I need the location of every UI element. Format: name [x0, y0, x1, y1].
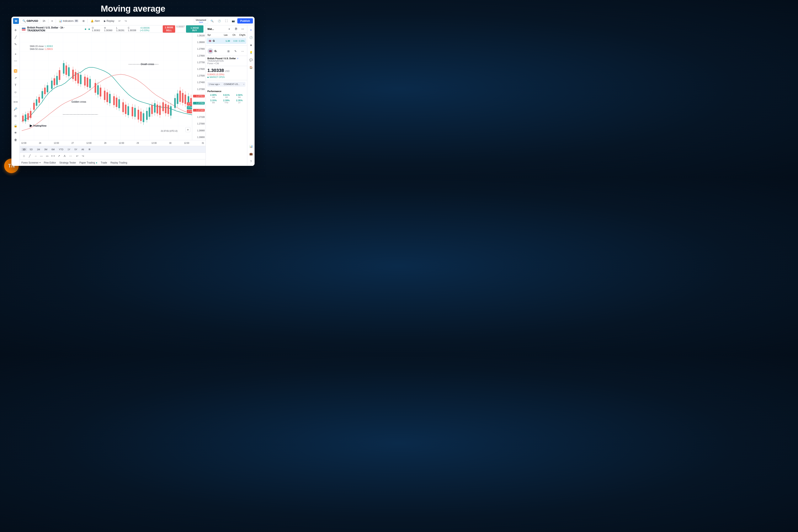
- draw-more-tool[interactable]: ⋯: [68, 154, 73, 158]
- timeframe-6m[interactable]: 6M: [50, 148, 56, 151]
- draw-line-tool[interactable]: ╱: [27, 154, 32, 158]
- replay-button[interactable]: ▶ Replay: [102, 19, 116, 23]
- pattern-tool[interactable]: 🔀: [13, 68, 19, 74]
- timeframe-1m[interactable]: 1M: [36, 148, 41, 151]
- draw-arrow-tool[interactable]: →: [33, 154, 38, 158]
- timeframe-all[interactable]: All: [80, 148, 85, 151]
- watchlist-icon[interactable]: ≡: [248, 27, 254, 33]
- buy-button[interactable]: 1.30342 BUY: [186, 25, 204, 33]
- price-1.27700: 1.27700: [193, 61, 205, 63]
- bottom-tab-bar: Forex Screener ▾ Pine Editor Strategy Te…: [20, 159, 206, 166]
- price-1.26900: 1.26900: [193, 130, 205, 132]
- draw-hline-tool[interactable]: —: [39, 154, 44, 158]
- clock-icon[interactable]: ⏱: [233, 26, 239, 32]
- timeframe-5y[interactable]: 5Y: [73, 148, 78, 151]
- draw-cursor-tool[interactable]: ⊹: [21, 154, 26, 158]
- sma-labels: SMA 20 close 1.30063 SMA 50 close 1.2981…: [30, 45, 53, 50]
- alert-button[interactable]: 🔔 Alert: [89, 19, 101, 23]
- trash-tool[interactable]: 🗑: [13, 137, 19, 143]
- messages-icon[interactable]: 💬: [248, 57, 254, 63]
- draw-rectangle-tool[interactable]: ▭: [45, 154, 50, 158]
- detail-grid-icon[interactable]: ⊞: [226, 48, 231, 54]
- tab-paper-trading[interactable]: Paper Trading ●: [79, 160, 97, 165]
- timeframe-1d[interactable]: 1D: [21, 148, 27, 151]
- clock-button[interactable]: 🕐: [216, 19, 223, 23]
- ideas-icon[interactable]: 💡: [248, 50, 254, 55]
- more-options-icon[interactable]: ⋯: [240, 26, 245, 32]
- tool-separator-2: [14, 66, 18, 66]
- tab-pine-editor[interactable]: Pine Editor: [44, 160, 56, 165]
- right-icons-sidebar: ≡ 🕐 ◈ 💡 💬 🏠 📊 💼 ?: [247, 25, 254, 166]
- alerts-icon[interactable]: 🕐: [248, 35, 254, 40]
- watchlist-header: Wat... + ⏱ ⋯: [206, 25, 247, 33]
- add-watchlist-button[interactable]: +: [226, 26, 232, 32]
- death-cross-label: Death cross: [141, 63, 154, 66]
- draw-channel-tool[interactable]: ⟷: [51, 154, 56, 158]
- portfolio-icon[interactable]: 💼: [248, 151, 254, 157]
- market-open-dot: [207, 77, 209, 78]
- sell-button[interactable]: 1.30335 SELL: [163, 25, 175, 33]
- arrow-tool[interactable]: ↗: [13, 75, 19, 81]
- timeframe-selector[interactable]: 1h: [41, 19, 47, 23]
- zoom-button[interactable]: 🔍: [209, 19, 215, 23]
- tab-replay-trading[interactable]: Replay Trading: [110, 160, 127, 165]
- save-button[interactable]: Unnamed Save: [194, 18, 208, 24]
- magnet-tool[interactable]: ⊙: [13, 113, 19, 119]
- fibonacci-tool[interactable]: 〰: [13, 58, 19, 64]
- chart-timestamp: 21:37:01 (UTC+2): [161, 130, 177, 132]
- chart-type-selector[interactable]: ≡: [50, 19, 54, 23]
- price-axis: 1.28100 1.28000 1.27900 1.27800 1.27700 …: [192, 33, 206, 140]
- help-icon[interactable]: ?: [248, 158, 254, 164]
- tab-trade[interactable]: Trade: [101, 160, 107, 165]
- chart-wrapper: M 🔍 GBPUSD 1h ≡ 📊 Indicators 88: [12, 17, 254, 166]
- watchlist-item-gbpusd[interactable]: 🇬🇧 G 1.30 0.00 0.33%: [207, 38, 246, 44]
- price-highlight-3: 1.27183: [193, 109, 205, 112]
- expand-chart-button[interactable]: »: [185, 127, 190, 132]
- camera-button[interactable]: 📷: [230, 19, 236, 23]
- price-1.27400: 1.27400: [193, 81, 205, 83]
- zoom-tool[interactable]: 🔎: [13, 106, 19, 112]
- price-1.28100: 1.28100: [193, 35, 205, 37]
- crosshair-tool[interactable]: ✛: [13, 27, 19, 33]
- fullscreen-button[interactable]: ⛶: [223, 19, 229, 23]
- redo-button[interactable]: ↪: [123, 19, 129, 23]
- compare-button[interactable]: ⊞: [89, 148, 90, 151]
- draw-text-tool[interactable]: A: [62, 154, 67, 158]
- publish-button[interactable]: Publish: [237, 18, 253, 23]
- symbol-search[interactable]: 🔍 GBPUSD: [21, 18, 40, 23]
- templates-button[interactable]: ⊞: [81, 19, 86, 23]
- community-icon[interactable]: 🏠: [248, 64, 254, 70]
- draw-ray-tool[interactable]: ↗: [56, 154, 61, 158]
- draw-undo[interactable]: ↩: [75, 154, 80, 158]
- toolbar-divider-1: [48, 19, 49, 23]
- chart-body: ✛ ╱ ✎ ⌖ 〰 🔀 ↗ T ☺ ⟺ 🔎 ⊙ 🔒 👁 🗑: [12, 25, 254, 166]
- detail-edit-icon[interactable]: ✎: [232, 48, 239, 54]
- market-status: MARKET OPEN: [207, 76, 245, 78]
- line-tool[interactable]: ╱: [13, 34, 19, 40]
- draw-redo[interactable]: ↪: [80, 154, 86, 158]
- detail-more-icon[interactable]: ⋯: [240, 48, 245, 54]
- layers-icon[interactable]: ◈: [248, 42, 254, 48]
- timeframe-1y[interactable]: 1Y: [66, 148, 72, 151]
- timeframe-ytd[interactable]: YTD: [58, 148, 64, 151]
- indicators-button[interactable]: 📊 Indicators 88: [57, 19, 80, 23]
- undo-button[interactable]: ↩: [117, 19, 122, 23]
- brush-tool[interactable]: ✎: [13, 41, 19, 48]
- eye-tool[interactable]: 👁: [13, 130, 19, 136]
- price-1.26800: 1.26800: [193, 136, 205, 138]
- text-tool[interactable]: T: [13, 82, 19, 88]
- comment-box[interactable]: 1 hour ago • COMMENT-US... ›: [207, 82, 245, 87]
- measure-tool[interactable]: ⟺: [13, 99, 19, 105]
- timeframe-3m[interactable]: 3M: [43, 148, 49, 151]
- emoji-tool[interactable]: ☺: [13, 89, 19, 95]
- timeframe-5d[interactable]: 5D: [28, 148, 34, 151]
- gann-tool[interactable]: ⌖: [13, 51, 19, 57]
- price-highlight-2: 1.27256: [193, 102, 205, 104]
- lock-tool[interactable]: 🔒: [13, 122, 19, 129]
- perf-1y: 2.35% 1Y: [233, 99, 245, 104]
- tab-strategy-tester[interactable]: Strategy Tester: [59, 160, 76, 165]
- tab-forex-screener[interactable]: Forex Screener ▾: [21, 160, 40, 165]
- chart-canvas[interactable]: SMA 20 close 1.30063 SMA 50 close 1.2981…: [20, 33, 192, 140]
- performance-icon[interactable]: 📊: [248, 144, 254, 149]
- symbol-info-bar: British Pound / U.S. Dollar · 1h · TRADE…: [20, 25, 206, 33]
